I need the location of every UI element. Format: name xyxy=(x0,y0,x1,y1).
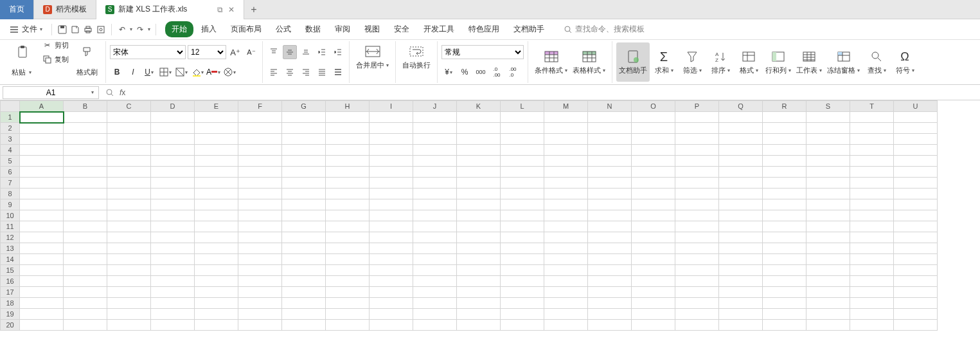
cell[interactable] xyxy=(763,178,806,189)
cell[interactable] xyxy=(326,309,370,320)
cell[interactable] xyxy=(64,265,107,276)
cell[interactable] xyxy=(850,320,894,331)
cell[interactable] xyxy=(64,199,107,210)
increase-font-button[interactable]: A⁺ xyxy=(228,45,242,59)
column-header[interactable]: K xyxy=(457,101,501,112)
cell[interactable] xyxy=(806,320,850,331)
cell[interactable] xyxy=(763,309,806,320)
align-center-button[interactable] xyxy=(283,65,297,79)
cell[interactable] xyxy=(413,298,457,309)
cell[interactable] xyxy=(413,210,457,221)
cell[interactable] xyxy=(894,167,938,178)
cell[interactable] xyxy=(326,254,370,265)
cell[interactable] xyxy=(719,167,763,178)
cell[interactable] xyxy=(326,221,370,232)
row-header[interactable]: 8 xyxy=(1,189,20,199)
cell[interactable] xyxy=(282,320,326,331)
cell[interactable] xyxy=(894,156,938,167)
cell[interactable] xyxy=(894,287,938,298)
cell[interactable] xyxy=(763,232,806,243)
row-header[interactable]: 9 xyxy=(1,199,20,210)
row-header[interactable]: 12 xyxy=(1,232,20,243)
paste-button[interactable] xyxy=(9,43,37,61)
cell[interactable] xyxy=(413,178,457,189)
cell[interactable] xyxy=(806,167,850,178)
number-format-select[interactable]: 常规 xyxy=(441,45,524,59)
cell[interactable] xyxy=(501,167,544,178)
cell[interactable] xyxy=(238,199,282,210)
cell[interactable] xyxy=(894,309,938,320)
cell[interactable] xyxy=(588,287,632,298)
cell[interactable] xyxy=(238,189,282,199)
cell[interactable] xyxy=(457,232,501,243)
decrease-decimal-button[interactable]: .00.0 xyxy=(506,65,520,79)
cell[interactable] xyxy=(370,145,413,156)
cell[interactable] xyxy=(282,232,326,243)
cell[interactable] xyxy=(501,134,544,145)
cell[interactable] xyxy=(195,134,238,145)
cell[interactable] xyxy=(107,189,151,199)
cell[interactable] xyxy=(195,178,238,189)
cell[interactable] xyxy=(501,254,544,265)
tab-template[interactable]: D 稻壳模板 xyxy=(34,0,96,19)
redo-icon[interactable]: ↷ xyxy=(135,24,145,35)
cell[interactable] xyxy=(195,320,238,331)
increase-indent-button[interactable] xyxy=(331,45,345,59)
ribbon-tab-8[interactable]: 开发工具 xyxy=(417,21,461,37)
cell[interactable] xyxy=(806,189,850,199)
cell[interactable] xyxy=(457,134,501,145)
ribbon-tab-1[interactable]: 插入 xyxy=(195,21,223,37)
cell[interactable] xyxy=(588,156,632,167)
cell[interactable] xyxy=(20,112,64,123)
cell[interactable] xyxy=(588,167,632,178)
row-header[interactable]: 18 xyxy=(1,298,20,309)
cell[interactable] xyxy=(20,199,64,210)
cell[interactable] xyxy=(806,123,850,134)
cell[interactable] xyxy=(282,309,326,320)
cell[interactable] xyxy=(195,265,238,276)
cell[interactable] xyxy=(457,276,501,287)
column-header[interactable]: J xyxy=(413,101,457,112)
cell[interactable] xyxy=(457,178,501,189)
row-header[interactable]: 7 xyxy=(1,178,20,189)
cell[interactable] xyxy=(719,123,763,134)
cell[interactable] xyxy=(195,156,238,167)
cell[interactable] xyxy=(238,145,282,156)
cell[interactable] xyxy=(64,189,107,199)
cell[interactable] xyxy=(850,221,894,232)
cell[interactable] xyxy=(632,199,675,210)
cell[interactable] xyxy=(501,243,544,254)
clear-format-button[interactable]: ▾ xyxy=(222,65,236,79)
cell[interactable] xyxy=(719,254,763,265)
cell[interactable] xyxy=(326,134,370,145)
cell[interactable] xyxy=(413,320,457,331)
cell[interactable] xyxy=(64,320,107,331)
cell[interactable] xyxy=(763,112,806,123)
row-header[interactable]: 5 xyxy=(1,156,20,167)
cell[interactable] xyxy=(588,123,632,134)
cell[interactable] xyxy=(282,210,326,221)
cell[interactable] xyxy=(370,112,413,123)
cell[interactable] xyxy=(675,265,719,276)
cell[interactable] xyxy=(107,232,151,243)
row-header[interactable]: 4 xyxy=(1,145,20,156)
cell[interactable] xyxy=(151,210,195,221)
cell[interactable] xyxy=(632,265,675,276)
cell[interactable] xyxy=(326,265,370,276)
cell[interactable] xyxy=(326,145,370,156)
cell[interactable] xyxy=(370,287,413,298)
cell[interactable] xyxy=(544,298,588,309)
spreadsheet-grid[interactable]: ABCDEFGHIJKLMNOPQRSTU1234567891011121314… xyxy=(0,100,980,331)
cell[interactable] xyxy=(20,134,64,145)
cell[interactable] xyxy=(370,134,413,145)
cell[interactable] xyxy=(195,243,238,254)
cell[interactable] xyxy=(282,178,326,189)
save-as-icon[interactable] xyxy=(70,24,80,35)
cell[interactable] xyxy=(195,112,238,123)
cell[interactable] xyxy=(806,134,850,145)
align-middle-button[interactable] xyxy=(283,45,297,59)
paste-label[interactable]: 粘贴▾ xyxy=(9,66,34,78)
cell[interactable] xyxy=(326,167,370,178)
cell[interactable] xyxy=(850,243,894,254)
cell[interactable] xyxy=(413,134,457,145)
